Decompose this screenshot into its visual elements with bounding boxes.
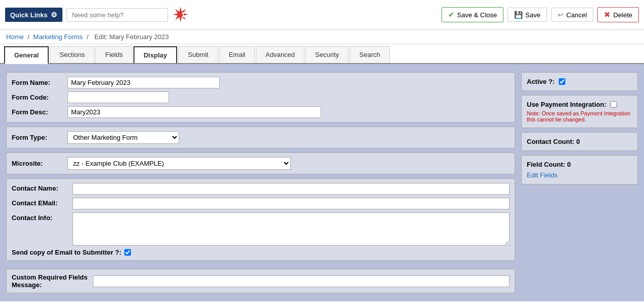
form-desc-label: Form Desc: (12, 108, 67, 116)
contact-count-label: Contact Count: 0 (527, 138, 580, 145)
tabs-container: General Sections Fields Display Submit E… (0, 46, 644, 64)
tab-email[interactable]: Email (219, 46, 255, 63)
form-code-row: Form Code: (12, 91, 510, 103)
custom-required-label: Custom Required Fields Message: (12, 273, 93, 289)
tab-fields[interactable]: Fields (95, 46, 132, 63)
tab-advanced[interactable]: Advanced (256, 46, 304, 63)
delete-button[interactable]: ✖ Delete (597, 7, 639, 22)
contact-email-input[interactable] (73, 198, 510, 209)
form-desc-row: Form Desc: (12, 106, 510, 118)
basic-info-section: Form Name: Form Code: Form Desc: (6, 72, 515, 122)
tab-general[interactable]: General (4, 46, 49, 64)
form-code-label: Form Code: (12, 94, 67, 101)
custom-required-input[interactable] (93, 275, 510, 287)
save-icon: 💾 (514, 11, 523, 19)
microsite-row: Microsite: zz - Example Club (EXAMPLE) (12, 157, 510, 170)
active-row: Active ?: (527, 78, 632, 85)
payment-label: Use Payment Integration: (527, 101, 606, 108)
breadcrumb-current: Edit: Mary February 2023 (94, 33, 169, 41)
contact-info-textarea[interactable] (73, 212, 510, 245)
breadcrumb-home[interactable]: Home (6, 33, 24, 41)
help-search-input[interactable] (66, 8, 168, 22)
contact-name-input[interactable] (73, 183, 510, 195)
contact-count-panel: Contact Count: 0 (521, 132, 638, 151)
contact-name-label: Contact Name: (12, 183, 73, 192)
form-name-row: Form Name: (12, 77, 510, 88)
payment-row: Use Payment Integration: (527, 101, 632, 108)
form-type-section: Form Type: Other Marketing Form Payment … (6, 127, 515, 148)
field-count-panel: Field Count: 0 Edit Fields (521, 155, 638, 184)
field-count-label: Field Count: 0 (527, 161, 571, 168)
main-content: Form Name: Form Code: Form Desc: Form Ty… (0, 64, 644, 301)
notification-star-icon: ✷ (172, 3, 189, 26)
notification-badge: ✷ 1 (172, 3, 194, 26)
edit-fields-link[interactable]: Edit Fields (527, 171, 558, 179)
send-copy-label: Send copy of Email to Submitter ?: (12, 249, 121, 256)
microsite-label: Microsite: (12, 160, 67, 167)
form-left: Form Name: Form Code: Form Desc: Form Ty… (6, 72, 515, 293)
notification-number: 1 (181, 11, 185, 19)
breadcrumb: Home / Marketing Forms / Edit: Mary Febr… (0, 30, 644, 44)
quick-links-button[interactable]: Quick Links ⚙ (5, 8, 62, 22)
form-name-label: Form Name: (12, 79, 67, 86)
cancel-button[interactable]: ↩ Cancel (551, 8, 593, 22)
form-type-label: Form Type: (12, 134, 67, 141)
form-code-input[interactable] (67, 91, 169, 103)
contact-section: Contact Name: Contact EMail: Contact Inf… (6, 178, 515, 261)
form-type-select[interactable]: Other Marketing Form Payment Integration (67, 131, 179, 144)
tab-sections[interactable]: Sections (50, 46, 94, 63)
tab-submit[interactable]: Submit (178, 46, 218, 63)
save-button[interactable]: 💾 Save (507, 8, 547, 22)
payment-panel: Use Payment Integration: Note: Once save… (521, 95, 638, 128)
custom-required-row: Custom Required Fields Message: (12, 273, 510, 289)
microsite-section: Microsite: zz - Example Club (EXAMPLE) (6, 152, 515, 174)
save-close-button[interactable]: ✔ Save & Close (442, 7, 504, 22)
delete-label: Delete (613, 11, 632, 19)
form-desc-input[interactable] (67, 106, 321, 118)
send-copy-checkbox[interactable] (124, 249, 131, 256)
form-name-input[interactable] (67, 77, 220, 88)
cancel-label: Cancel (566, 11, 587, 19)
form-type-row: Form Type: Other Marketing Form Payment … (12, 131, 510, 144)
contact-info-label: Contact Info: (12, 212, 73, 222)
active-panel: Active ?: (521, 72, 638, 91)
contact-info-row: Contact Info: (12, 212, 510, 245)
contact-name-row: Contact Name: (12, 183, 510, 195)
cancel-icon: ↩ (558, 11, 564, 19)
contact-email-label: Contact EMail: (12, 198, 73, 207)
header: Quick Links ⚙ ✷ 1 ✔ Save & Close 💾 Save … (0, 0, 644, 30)
tab-security[interactable]: Security (306, 46, 349, 63)
save-close-label: Save & Close (457, 11, 497, 19)
send-copy-row: Send copy of Email to Submitter ?: (12, 249, 510, 256)
save-label: Save (525, 11, 540, 19)
contact-email-row: Contact EMail: (12, 198, 510, 209)
check-icon: ✔ (448, 10, 455, 19)
breadcrumb-separator-2: / (87, 33, 90, 41)
gear-icon: ⚙ (51, 11, 57, 19)
tab-display[interactable]: Display (133, 46, 177, 63)
form-right: Active ?: Use Payment Integration: Note:… (521, 72, 638, 293)
payment-checkbox[interactable] (611, 101, 617, 108)
microsite-select[interactable]: zz - Example Club (EXAMPLE) (67, 157, 291, 170)
quick-links-label: Quick Links (10, 11, 48, 19)
tab-search[interactable]: Search (350, 46, 390, 63)
breadcrumb-marketing-forms[interactable]: Marketing Forms (33, 33, 83, 41)
active-checkbox[interactable] (559, 78, 565, 85)
active-label: Active ?: (527, 78, 555, 85)
form-grid: Form Name: Form Code: Form Desc: Form Ty… (6, 72, 638, 293)
payment-note: Note: Once saved as Payment Integration … (527, 110, 632, 122)
custom-required-section: Custom Required Fields Message: (6, 269, 515, 293)
breadcrumb-separator-1: / (27, 33, 31, 41)
delete-icon: ✖ (604, 10, 611, 19)
